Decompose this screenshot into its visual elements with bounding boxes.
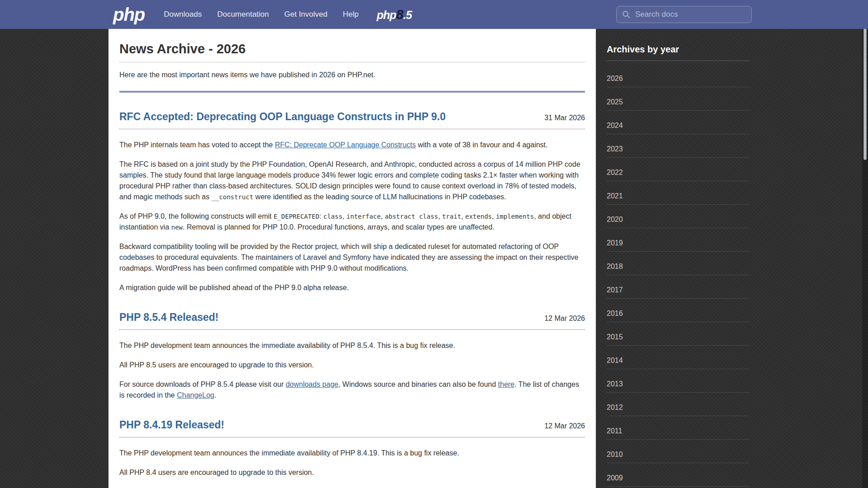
year-row: 2023 xyxy=(607,134,749,158)
search-input[interactable] xyxy=(634,9,746,19)
year-link-2009[interactable]: 2009 xyxy=(607,474,623,482)
year-link-2011[interactable]: 2011 xyxy=(607,427,622,435)
news-divider xyxy=(119,91,585,93)
year-link-2021[interactable]: 2021 xyxy=(607,192,623,200)
php85-minor: .5 xyxy=(403,9,412,21)
year-row: 2026 xyxy=(607,64,749,87)
news-paragraph: Backward compatibility tooling will be p… xyxy=(119,241,585,274)
inline-code: E_DEPRECATED xyxy=(274,213,319,220)
news-paragraph: A migration guide will be published ahea… xyxy=(119,282,585,293)
year-link-2025[interactable]: 2025 xyxy=(607,98,623,106)
search-icon xyxy=(622,10,630,19)
news-item-date: 12 Mar 2026 xyxy=(544,314,585,323)
year-link-2012[interactable]: 2012 xyxy=(607,404,623,412)
year-link-2017[interactable]: 2017 xyxy=(607,286,623,294)
news-item-date: 12 Mar 2026 xyxy=(544,422,585,430)
news-item-title[interactable]: RFC Accepted: Deprecating OOP Language C… xyxy=(119,111,446,123)
inline-link[interactable]: there xyxy=(498,380,514,388)
year-link-2026[interactable]: 2026 xyxy=(607,75,623,83)
year-row: 2014 xyxy=(607,346,749,369)
nav-item-documentation[interactable]: Documentation xyxy=(217,0,269,29)
news-item: RFC Accepted: Deprecating OOP Language C… xyxy=(119,111,585,293)
inline-code: extends xyxy=(465,213,492,220)
year-link-2022[interactable]: 2022 xyxy=(607,169,623,177)
year-link-2016[interactable]: 2016 xyxy=(607,310,623,318)
year-row: 2019 xyxy=(607,228,749,252)
year-row: 2013 xyxy=(607,369,749,393)
nav-item-help[interactable]: Help xyxy=(343,0,359,29)
page-title: News Archive - 2026 xyxy=(119,42,585,62)
year-row: 2009 xyxy=(607,463,749,487)
year-row: 2011 xyxy=(607,416,749,440)
year-row: 2020 xyxy=(607,205,749,228)
nav-item-get-involved[interactable]: Get Involved xyxy=(284,0,327,29)
year-row: 2015 xyxy=(607,322,749,346)
inline-code: abstract class xyxy=(385,213,438,220)
year-link-2013[interactable]: 2013 xyxy=(607,380,623,388)
inline-code: class xyxy=(323,213,342,220)
news-item-date: 31 Mar 2026 xyxy=(544,114,585,122)
news-item: PHP 8.4.19 Released!12 Mar 2026The PHP d… xyxy=(119,419,585,478)
year-row: 2025 xyxy=(607,87,749,111)
year-link-2010[interactable]: 2010 xyxy=(607,450,623,459)
inline-code: interface xyxy=(346,213,381,220)
nav-menu: Downloads Documentation Get Involved Hel… xyxy=(164,0,359,29)
inline-code: trait xyxy=(442,213,461,220)
year-row: 2016 xyxy=(607,299,749,322)
year-link-2019[interactable]: 2019 xyxy=(607,239,623,247)
year-link-2024[interactable]: 2024 xyxy=(607,122,623,130)
intro-text: Here are the most important news items w… xyxy=(119,71,585,79)
news-item: PHP 8.5.4 Released!12 Mar 2026The PHP de… xyxy=(119,311,585,401)
year-list: 2026202520242023202220212020201920182017… xyxy=(607,64,749,488)
php-8-5-badge[interactable]: php8.5 xyxy=(377,7,411,22)
inline-code: implements xyxy=(496,213,534,220)
inline-link[interactable]: ChangeLog xyxy=(177,391,214,399)
top-navbar: php Downloads Documentation Get Involved… xyxy=(0,0,868,29)
archives-sidebar: Archives by year 20262025202420232022202… xyxy=(607,29,749,488)
news-item-header: RFC Accepted: Deprecating OOP Language C… xyxy=(119,111,585,129)
year-link-2018[interactable]: 2018 xyxy=(607,263,623,271)
news-paragraph: For source downloads of PHP 8.5.4 please… xyxy=(119,379,585,401)
news-paragraph: All PHP 8.4 users are encouraged to upgr… xyxy=(119,467,585,478)
scrollbar-track[interactable] xyxy=(862,0,868,488)
php85-prefix: php xyxy=(377,9,396,21)
year-row: 2024 xyxy=(607,111,749,134)
year-link-2015[interactable]: 2015 xyxy=(607,333,623,341)
year-row: 2017 xyxy=(607,275,749,299)
news-paragraph: The PHP development team announces the i… xyxy=(119,340,585,351)
nav-item-downloads[interactable]: Downloads xyxy=(164,0,202,29)
year-link-2014[interactable]: 2014 xyxy=(607,357,623,365)
php85-major: 8 xyxy=(396,7,403,22)
search-box[interactable] xyxy=(616,6,752,23)
news-item-header: PHP 8.5.4 Released!12 Mar 2026 xyxy=(119,311,585,330)
year-row: 2012 xyxy=(607,393,749,416)
inline-link[interactable]: downloads page xyxy=(286,380,339,388)
news-paragraph: As of PHP 9.0, the following constructs … xyxy=(119,211,585,233)
inline-link[interactable]: RFC: Deprecate OOP Language Constructs xyxy=(275,141,416,149)
sidebar-title: Archives by year xyxy=(607,44,749,61)
news-paragraph: All PHP 8.5 users are encouraged to upgr… xyxy=(119,360,585,371)
year-row: 2018 xyxy=(607,252,749,275)
news-paragraph: The PHP development team announces the i… xyxy=(119,448,585,459)
news-item-header: PHP 8.4.19 Released!12 Mar 2026 xyxy=(119,419,585,437)
news-item-title[interactable]: PHP 8.5.4 Released! xyxy=(119,311,218,324)
year-row: 2010 xyxy=(607,440,749,463)
year-link-2020[interactable]: 2020 xyxy=(607,216,623,224)
year-row: 2022 xyxy=(607,158,749,181)
news-paragraph: The RFC is based on a joint study by the… xyxy=(119,159,585,202)
news-item-title[interactable]: PHP 8.4.19 Released! xyxy=(119,419,224,431)
php-logo[interactable]: php xyxy=(113,0,145,29)
news-list: RFC Accepted: Deprecating OOP Language C… xyxy=(119,111,585,478)
inline-code: __construct xyxy=(212,193,254,201)
news-paragraph: The PHP internals team has voted to acce… xyxy=(119,140,585,150)
year-row: 2021 xyxy=(607,181,749,205)
inline-code: new xyxy=(171,224,183,231)
main-content: News Archive - 2026 Here are the most im… xyxy=(108,29,596,488)
year-link-2023[interactable]: 2023 xyxy=(607,145,623,153)
